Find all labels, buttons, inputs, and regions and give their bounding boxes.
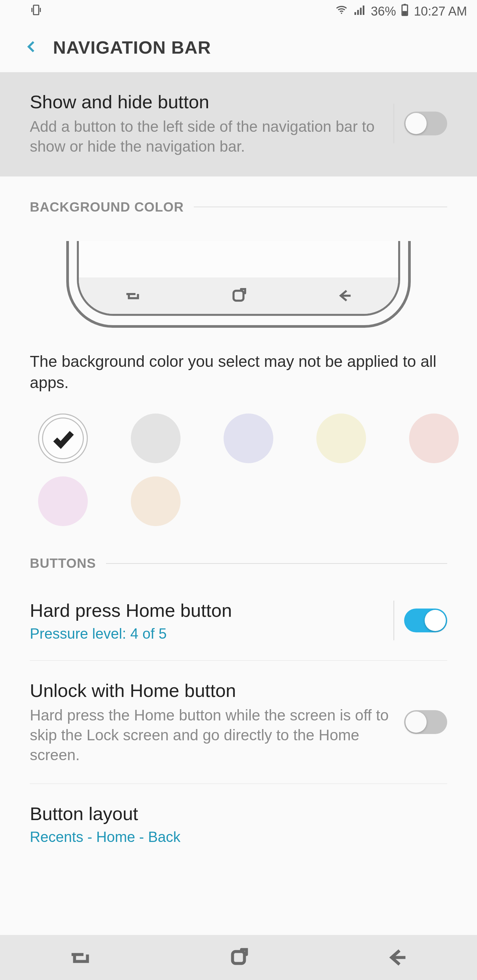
svg-rect-3: [357, 10, 359, 15]
section-header-buttons: BUTTONS: [0, 533, 477, 581]
section-header-label: BUTTONS: [30, 556, 96, 571]
nav-back-button[interactable]: [318, 935, 477, 980]
preview-back-icon: [292, 277, 398, 314]
color-swatch-cream[interactable]: [316, 414, 366, 463]
show-hide-title: Show and hide button: [30, 91, 384, 114]
svg-rect-4: [360, 8, 362, 15]
unlock-desc: Hard press the Home button while the scr…: [30, 706, 394, 765]
show-hide-toggle[interactable]: [404, 111, 447, 135]
divider: [394, 601, 394, 640]
section-header-label: BACKGROUND COLOR: [30, 200, 184, 215]
svg-rect-7: [404, 4, 406, 5]
color-swatch-pink[interactable]: [38, 476, 88, 526]
vibrate-icon: [30, 4, 42, 19]
hard-press-toggle[interactable]: [404, 609, 447, 632]
show-hide-desc: Add a button to the left side of the nav…: [30, 117, 384, 157]
color-swatch-blush[interactable]: [409, 414, 459, 463]
color-swatch-lilac[interactable]: [223, 414, 273, 463]
svg-rect-10: [233, 951, 244, 963]
layout-sub: Recents - Home - Back: [30, 829, 447, 845]
page-title: NAVIGATION BAR: [53, 37, 211, 57]
layout-title: Button layout: [30, 802, 447, 826]
color-swatch-gray[interactable]: [131, 414, 180, 463]
svg-rect-0: [34, 5, 39, 14]
navbar-preview: [66, 241, 411, 328]
unlock-home-setting[interactable]: Unlock with Home button Hard press the H…: [30, 661, 447, 784]
unlock-title: Unlock with Home button: [30, 679, 394, 702]
color-swatch-grid: [0, 407, 477, 533]
section-header-bg-color: BACKGROUND COLOR: [0, 177, 477, 224]
system-navigation-bar: [0, 935, 477, 980]
signal-icon: [353, 3, 366, 19]
nav-home-button[interactable]: [159, 935, 318, 980]
color-swatch-white[interactable]: [38, 414, 88, 463]
preview-home-icon: [185, 277, 292, 314]
hard-press-setting[interactable]: Hard press Home button Pressure level: 4…: [30, 581, 447, 661]
preview-recents-icon: [79, 277, 185, 314]
svg-rect-8: [403, 11, 407, 15]
show-hide-setting[interactable]: Show and hide button Add a button to the…: [0, 72, 477, 177]
hard-press-sub: Pressure level: 4 of 5: [30, 625, 384, 642]
app-bar: NAVIGATION BAR: [0, 22, 477, 72]
wifi-icon: [335, 3, 348, 19]
status-bar: 36% 10:27 AM: [0, 0, 477, 22]
button-layout-setting[interactable]: Button layout Recents - Home - Back: [30, 784, 447, 864]
hard-press-title: Hard press Home button: [30, 599, 384, 622]
unlock-toggle[interactable]: [404, 710, 447, 734]
battery-percent: 36%: [371, 4, 396, 19]
nav-recents-button[interactable]: [0, 935, 159, 980]
svg-rect-5: [363, 5, 364, 14]
divider: [394, 103, 394, 143]
svg-rect-2: [354, 12, 356, 14]
back-button[interactable]: [23, 38, 40, 56]
color-swatch-peach[interactable]: [131, 476, 180, 526]
bg-color-desc: The background color you select may not …: [0, 341, 477, 407]
battery-icon: [400, 3, 409, 19]
svg-rect-9: [233, 291, 244, 301]
svg-point-1: [341, 13, 342, 14]
clock: 10:27 AM: [414, 4, 467, 19]
